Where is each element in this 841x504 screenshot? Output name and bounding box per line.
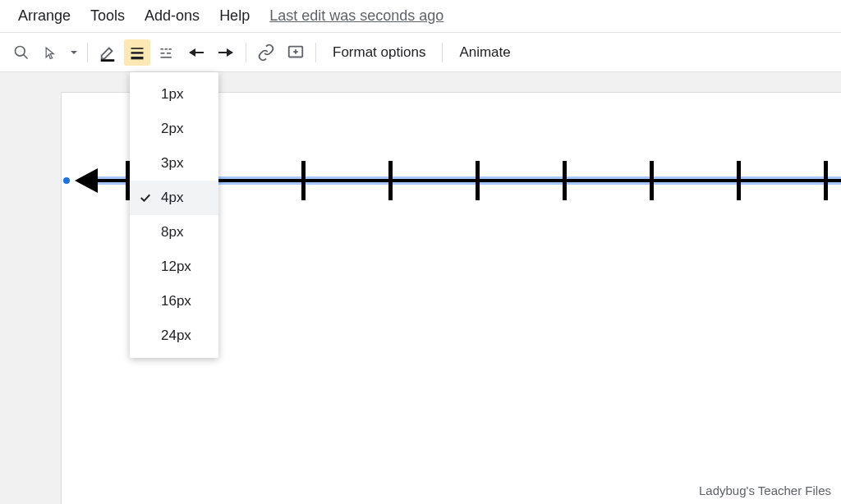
tick-mark [650,161,654,200]
svg-point-0 [16,46,25,56]
svg-rect-10 [167,53,171,54]
canvas-area: Ladybug's Teacher Files [0,72,841,504]
toolbar-separator [246,43,246,62]
toolbar-separator [87,43,88,62]
line-weight-option-2px[interactable]: 2px [130,112,218,146]
select-tool-icon[interactable] [38,39,64,66]
line-dash-icon[interactable] [154,39,180,66]
svg-rect-6 [161,48,163,50]
tick-mark [824,161,828,200]
line-weight-option-3px[interactable]: 3px [130,146,218,181]
selection-handle[interactable] [63,177,70,184]
watermark-text: Ladybug's Teacher Files [699,483,831,497]
svg-rect-9 [161,53,165,54]
line-weight-option-1px[interactable]: 1px [130,77,218,112]
crop-tool-icon[interactable] [8,39,34,66]
svg-rect-7 [165,48,168,50]
last-edit-status[interactable]: Last edit was seconds ago [260,2,453,30]
toolbar: Format options Animate [0,33,841,72]
line-weight-option-4px[interactable]: 4px [130,181,218,215]
check-icon [138,190,153,205]
line-weight-option-12px[interactable]: 12px [130,250,218,284]
line-weight-option-label: 4px [161,190,183,206]
line-weight-icon[interactable] [124,39,150,66]
menu-arrange[interactable]: Arrange [8,2,80,30]
line-weight-dropdown: 1px 2px 3px 4px 8px 12px 16px 24px [130,72,218,358]
svg-rect-5 [131,57,144,59]
svg-rect-2 [101,59,115,62]
tick-mark [563,161,567,200]
line-weight-option-16px[interactable]: 16px [130,284,218,318]
insert-comment-icon[interactable] [283,39,309,66]
line-weight-option-8px[interactable]: 8px [130,215,218,250]
menu-tools[interactable]: Tools [80,2,135,30]
insert-link-icon[interactable] [253,39,279,66]
menu-addons[interactable]: Add-ons [135,2,209,30]
menu-help[interactable]: Help [209,2,260,30]
tick-mark [301,161,306,200]
svg-rect-3 [131,48,144,49]
line-weight-option-24px[interactable]: 24px [130,318,218,353]
tick-mark [476,161,480,200]
svg-rect-4 [131,52,144,53]
toolbar-separator [442,43,443,62]
select-dropdown-icon[interactable] [67,39,80,66]
format-options-button[interactable]: Format options [321,39,437,66]
line-start-icon[interactable] [183,39,209,66]
tick-mark [737,161,741,200]
animate-button[interactable]: Animate [448,39,522,66]
svg-line-1 [24,54,28,58]
toolbar-separator [315,43,316,62]
line-end-icon[interactable] [213,39,239,66]
svg-rect-8 [169,48,172,50]
menu-bar: Arrange Tools Add-ons Help Last edit was… [0,0,841,33]
arrowhead-icon [75,168,98,193]
line-color-icon[interactable] [94,39,121,66]
svg-rect-11 [161,57,172,58]
tick-mark [388,161,393,200]
